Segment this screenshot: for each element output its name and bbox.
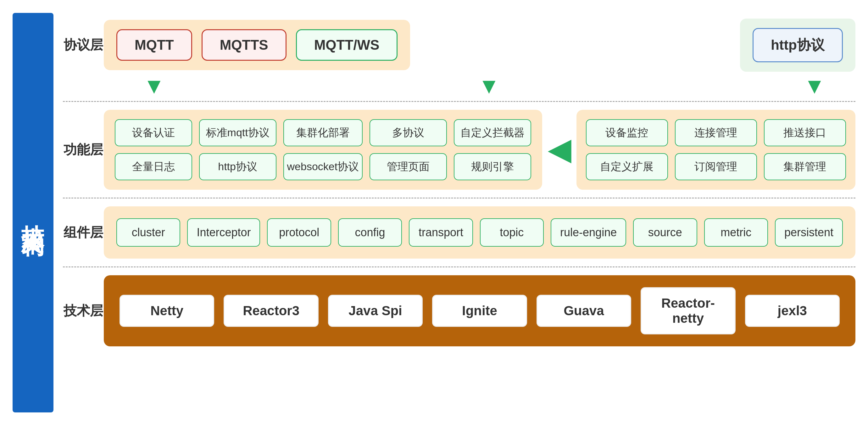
func-item-7: websocket协议	[283, 153, 363, 180]
component-body: cluster Interceptor protocol config tran…	[104, 206, 856, 259]
arrow-space	[205, 75, 439, 97]
tech-item-4: Guava	[536, 295, 631, 327]
main-content: 协议层 MQTT MQTTS MQTT/WS http协议	[63, 13, 856, 413]
component-box: cluster Interceptor protocol config tran…	[104, 206, 856, 259]
protocol-http: http协议	[752, 28, 843, 62]
comp-item-5: topic	[480, 218, 544, 247]
func-item-4: 自定义拦截器	[454, 119, 531, 146]
down-arrow-2: ▼	[478, 75, 500, 97]
left-arrow: ◀	[549, 110, 570, 190]
protocol-label: 协议层	[63, 36, 104, 54]
comp-item-9: persistent	[775, 218, 843, 247]
comp-item-6: rule-engine	[551, 218, 626, 247]
divider-3	[63, 267, 856, 267]
func-right-0: 设备监控	[586, 119, 668, 146]
tech-body: Netty Reactor3 Java Spi Ignite Guava Rea…	[104, 275, 856, 346]
comp-item-8: metric	[704, 218, 768, 247]
func-right-2: 推送接口	[764, 119, 846, 146]
sidebar-title: 技术架构	[22, 206, 44, 219]
divider-2	[63, 198, 856, 199]
func-item-0: 设备认证	[115, 119, 192, 146]
function-right-box: 设备监控 连接管理 推送接口 自定义扩展 订阅管理 集群管理	[577, 110, 856, 190]
arrow1-container: ▼	[104, 75, 205, 97]
comp-item-3: config	[338, 218, 402, 247]
architecture-diagram: 技术架构 协议层 MQTT MQTTS MQTT/WS http	[12, 13, 856, 413]
sidebar: 技术架构	[12, 13, 54, 413]
tech-item-5: Reactor-netty	[641, 287, 735, 334]
func-item-5: 全量日志	[115, 153, 192, 180]
tech-item-2: Java Spi	[328, 295, 423, 327]
arrow2-container: ▼	[439, 75, 539, 97]
component-label: 组件层	[63, 224, 104, 241]
tech-item-0: Netty	[120, 295, 214, 327]
protocol-body: MQTT MQTTS MQTT/WS http协议	[104, 19, 856, 72]
arrow-space2	[539, 75, 774, 97]
function-label: 功能层	[63, 141, 104, 158]
protocol-green-group: http协议	[740, 19, 856, 72]
func-right-1: 连接管理	[675, 119, 757, 146]
function-section: 设备认证 标准mqtt协议 集群化部署 多协议 自定义拦截器 全量日志 http…	[104, 110, 856, 190]
protocol-mqtt: MQTT	[116, 29, 192, 61]
protocol-mqtts: MQTTS	[202, 29, 286, 61]
comp-item-0: cluster	[116, 218, 180, 247]
function-body: 设备认证 标准mqtt协议 集群化部署 多协议 自定义拦截器 全量日志 http…	[104, 110, 856, 190]
protocol-section: MQTT MQTTS MQTT/WS http协议	[104, 19, 856, 72]
down-arrow-1: ▼	[143, 75, 165, 97]
tech-item-3: Ignite	[432, 295, 527, 327]
function-layer-row: 功能层 设备认证 标准mqtt协议 集群化部署 多协议 自定义拦截器 全量日志 …	[63, 103, 856, 196]
tech-layer-row: 技术层 Netty Reactor3 Java Spi Ignite Guava…	[63, 269, 856, 353]
comp-item-1: Interceptor	[187, 218, 260, 247]
func-item-3: 多协议	[370, 119, 447, 146]
func-item-1: 标准mqtt协议	[199, 119, 276, 146]
func-item-6: http协议	[199, 153, 276, 180]
protocol-mqttws: MQTT/WS	[296, 29, 398, 61]
function-left-box: 设备认证 标准mqtt协议 集群化部署 多协议 自定义拦截器 全量日志 http…	[104, 110, 542, 190]
comp-item-2: protocol	[267, 218, 331, 247]
func-right-3: 自定义扩展	[586, 153, 668, 180]
component-layer-row: 组件层 cluster Interceptor protocol config …	[63, 200, 856, 265]
comp-item-4: transport	[409, 218, 473, 247]
down-arrows-row: ▼ ▼ ▼	[63, 75, 856, 97]
func-item-8: 管理页面	[370, 153, 447, 180]
func-item-2: 集群化部署	[283, 119, 363, 146]
tech-label: 技术层	[63, 302, 104, 320]
left-arrow-icon: ◀	[549, 133, 570, 166]
divider-1	[63, 101, 856, 102]
func-right-5: 集群管理	[764, 153, 846, 180]
protocol-layer-row: 协议层 MQTT MQTTS MQTT/WS http协议	[63, 13, 856, 75]
comp-item-7: source	[633, 218, 697, 247]
tech-box: Netty Reactor3 Java Spi Ignite Guava Rea…	[104, 275, 856, 346]
protocol-orange-group: MQTT MQTTS MQTT/WS	[104, 20, 410, 70]
arrow3-container: ▼	[774, 75, 856, 97]
down-arrow-3: ▼	[804, 75, 825, 97]
tech-item-1: Reactor3	[224, 295, 318, 327]
func-right-4: 订阅管理	[675, 153, 757, 180]
tech-item-6: jexl3	[745, 295, 840, 327]
func-item-9: 规则引擎	[454, 153, 531, 180]
